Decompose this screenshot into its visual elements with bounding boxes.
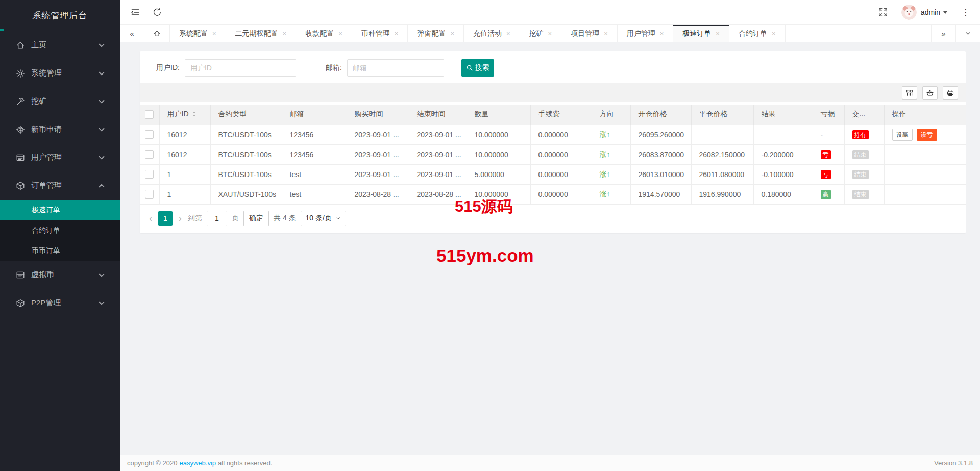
close-icon[interactable]: × [395, 30, 399, 37]
tab-label: 极速订单 [682, 29, 711, 38]
close-icon[interactable]: × [772, 30, 776, 37]
sidebar-item-user-manage[interactable]: 用户管理 [0, 143, 120, 171]
tab-label: 二元期权配置 [235, 29, 278, 38]
tab-popup-config[interactable]: 弹窗配置× [408, 25, 464, 42]
status-badge: 持有 [852, 130, 869, 139]
close-icon[interactable]: × [604, 30, 608, 37]
more-vert-icon[interactable]: ⋮ [959, 8, 972, 17]
cell-actions: 设赢设亏 [884, 125, 966, 144]
close-icon[interactable]: × [450, 30, 454, 37]
sidebar-item-label: 虚拟币 [31, 270, 97, 280]
cell-result [753, 125, 813, 144]
prev-page-button[interactable]: ‹ [148, 214, 154, 223]
tab-payment-config[interactable]: 收款配置× [296, 25, 352, 42]
close-icon[interactable]: × [506, 30, 510, 37]
tab-mining[interactable]: 挖矿× [520, 25, 562, 42]
user-menu[interactable]: admin [921, 8, 947, 16]
search-icon [466, 64, 473, 71]
email-input[interactable] [347, 59, 444, 77]
cell-user_id: 1 [159, 184, 210, 204]
print-button[interactable] [943, 86, 958, 100]
tab-label: 用户管理 [627, 29, 655, 38]
set-win-button[interactable]: 设赢 [892, 129, 913, 141]
export-button[interactable] [922, 86, 938, 100]
row-checkbox[interactable] [145, 170, 154, 179]
footer-link[interactable]: easyweb.vip [179, 459, 216, 467]
column-header-user_id[interactable]: 用户ID [159, 105, 210, 125]
cell-user_id: 1 [159, 164, 210, 184]
tab-system-config[interactable]: 系统配置× [170, 25, 226, 42]
chevron-up-icon [97, 181, 106, 190]
tabs-scroll-left-button[interactable]: « [120, 25, 144, 42]
pagination: ‹ 1 › 到第 页 确定 共 4 条 10 条/页 [140, 205, 966, 233]
sidebar-item-mining[interactable]: 挖矿 [0, 87, 120, 115]
tab-coin-manage[interactable]: 币种管理× [352, 25, 408, 42]
status-badge: 结束 [852, 170, 869, 179]
sidebar-item-system-manage[interactable]: 系统管理 [0, 59, 120, 87]
cell-result: -0.100000 [753, 164, 813, 184]
close-icon[interactable]: × [716, 30, 720, 37]
cell-status: 持有 [844, 125, 884, 144]
tab-contract-order[interactable]: 合约订单× [729, 25, 786, 42]
sidebar-item-home[interactable]: 主页 [0, 31, 120, 59]
loss-badge: 亏 [821, 150, 831, 159]
user-id-input[interactable] [185, 59, 296, 77]
tab-user-manage[interactable]: 用户管理× [618, 25, 674, 42]
cell-direction: 涨↑ [592, 164, 630, 184]
tab-recharge-activity[interactable]: 充值活动× [464, 25, 520, 42]
tab-binary-option-config[interactable]: 二元期权配置× [226, 25, 297, 42]
sidebar-item-order-manage[interactable]: 订单管理 [0, 171, 120, 200]
refresh-icon[interactable] [152, 7, 162, 17]
column-header-label: 开仓价格 [639, 110, 667, 118]
cell-fee: 0.000000 [530, 164, 592, 184]
sidebar-subitem-coin-order[interactable]: 币币订单 [0, 240, 120, 261]
column-header-loss: 亏损 [813, 105, 844, 125]
tab-fast-order[interactable]: 极速订单× [673, 25, 729, 42]
confirm-button[interactable]: 确定 [243, 211, 269, 226]
avatar[interactable] [901, 5, 917, 20]
select-all-checkbox[interactable] [145, 110, 154, 119]
page-size-value: 10 条/页 [306, 214, 332, 223]
tab-home[interactable] [144, 25, 170, 42]
page-size-select[interactable]: 10 条/页 [301, 211, 346, 226]
columns-filter-button[interactable] [902, 86, 917, 100]
sidebar-subitem-fast-order[interactable]: 极速订单 [0, 200, 120, 220]
sidebar-subitem-contract-order[interactable]: 合约订单 [0, 220, 120, 240]
tabs-menu-button[interactable] [955, 25, 980, 42]
sidebar-item-label: 系统管理 [31, 68, 97, 78]
close-icon[interactable]: × [212, 30, 216, 37]
cell-buy_time: 2023-09-01 ... [347, 144, 409, 164]
copyright-prefix: copyright © 2020 [127, 459, 177, 467]
sidebar-item-virtual-coin[interactable]: 虚拟币 [0, 261, 120, 289]
close-icon[interactable]: × [660, 30, 664, 37]
tab-label: 收款配置 [305, 29, 334, 38]
goto-page-input[interactable] [207, 211, 227, 226]
fullscreen-icon[interactable] [878, 7, 888, 17]
column-header-label: 交... [852, 110, 866, 118]
close-icon[interactable]: × [283, 30, 287, 37]
home-icon [16, 41, 25, 50]
cell-open_price: 26013.010000 [630, 164, 691, 184]
sidebar-submenu: 极速订单合约订单币币订单 [0, 200, 120, 261]
cell-user_id: 16012 [159, 144, 210, 164]
close-icon[interactable]: × [548, 30, 552, 37]
column-header-quantity: 数量 [467, 105, 530, 125]
tab-label: 项目管理 [571, 29, 599, 38]
row-checkbox[interactable] [145, 190, 154, 199]
sort-icon[interactable] [192, 111, 197, 117]
sidebar-item-new-coin-apply[interactable]: 新币申请 [0, 115, 120, 143]
next-page-button[interactable]: › [177, 214, 183, 223]
page-number-active[interactable]: 1 [158, 211, 173, 226]
table-row: 16012BTC/USDT-100s1234562023-09-01 ...20… [140, 144, 966, 164]
cell-close_price [691, 125, 753, 144]
tabs-scroll-right-button[interactable]: » [931, 25, 955, 42]
row-checkbox[interactable] [145, 150, 154, 159]
tab-project-manage[interactable]: 项目管理× [561, 25, 618, 42]
row-checkbox[interactable] [145, 130, 154, 139]
menu-fold-icon[interactable] [130, 7, 140, 17]
set-loss-button[interactable]: 设亏 [917, 129, 937, 141]
close-icon[interactable]: × [338, 30, 342, 37]
search-button[interactable]: 搜索 [461, 59, 494, 77]
sidebar-item-p2p-manage[interactable]: P2P管理 [0, 289, 120, 317]
header-select-all-cell [140, 105, 159, 125]
